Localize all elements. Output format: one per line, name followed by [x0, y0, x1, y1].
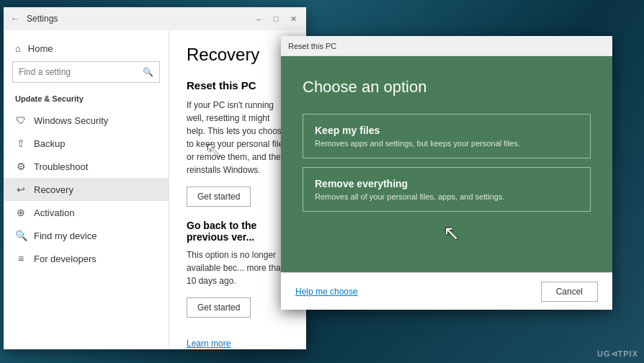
troubleshoot-icon: ⚙	[15, 161, 27, 172]
close-button[interactable]: ✕	[286, 12, 300, 26]
sidebar-item-activation[interactable]: ⊕ Activation	[4, 201, 169, 224]
reset-section-title: Reset this PC	[187, 79, 289, 91]
desktop: ← Settings – □ ✕ ⌂ Home 🔍	[0, 0, 644, 363]
sidebar-item-home[interactable]: ⌂ Home	[4, 36, 169, 61]
sidebar: ⌂ Home 🔍 Update & Security 🛡 Windows Sec…	[4, 30, 169, 349]
go-back-section-title: Go back to the previous ver...	[187, 220, 289, 243]
sidebar-item-backup[interactable]: ⇧ Backup	[4, 132, 169, 155]
titlebar-controls: – □ ✕	[251, 12, 300, 26]
keep-files-desc: Removes apps and settings, but keeps you…	[315, 139, 578, 148]
keep-files-title: Keep my files	[315, 125, 578, 136]
settings-window: ← Settings – □ ✕ ⌂ Home 🔍	[4, 7, 306, 349]
sidebar-item-troubleshoot[interactable]: ⚙ Troubleshoot	[4, 155, 169, 178]
maximize-button[interactable]: □	[269, 12, 283, 26]
developers-icon: ≡	[15, 253, 27, 264]
sidebar-item-label: Find my device	[34, 230, 97, 241]
go-back-description: This option is no longer available bec..…	[187, 248, 289, 287]
back-button[interactable]: ←	[9, 13, 21, 24]
sidebar-item-find-my-device[interactable]: 🔍 Find my device	[4, 224, 169, 247]
go-back-get-started-button[interactable]: Get started	[187, 297, 251, 318]
titlebar-left: ← Settings	[9, 13, 58, 24]
keep-files-option[interactable]: Keep my files Removes apps and settings,…	[303, 114, 591, 158]
activation-icon: ⊕	[15, 207, 27, 218]
recovery-icon: ↩	[15, 184, 27, 195]
reset-get-started-button[interactable]: Get started	[187, 187, 251, 207]
learn-more-link[interactable]: Learn more	[187, 339, 231, 349]
remove-everything-title: Remove everything	[315, 178, 578, 189]
choose-option-title: Choose an option	[303, 78, 591, 97]
sidebar-item-label: Troubleshoot	[34, 161, 88, 172]
sidebar-section-label: Update & Security	[4, 91, 169, 109]
sidebar-item-label: For developers	[34, 254, 97, 264]
watermark: UG⊲TPIX	[597, 349, 638, 359]
search-box[interactable]: 🔍	[12, 61, 160, 83]
reset-titlebar-title: Reset this PC	[288, 42, 336, 50]
minimize-button[interactable]: –	[251, 12, 266, 26]
sidebar-item-label: Backup	[34, 138, 65, 149]
home-label: Home	[28, 43, 53, 54]
settings-title: Settings	[27, 14, 58, 24]
reset-dialog-body: Choose an option Keep my files Removes a…	[281, 56, 612, 272]
reset-footer: Help me choose Cancel	[281, 272, 612, 310]
backup-icon: ⇧	[15, 138, 27, 149]
search-input[interactable]	[19, 67, 143, 77]
reset-dialog: Reset this PC Choose an option Keep my f…	[281, 36, 612, 310]
home-icon: ⌂	[15, 43, 21, 54]
reset-description: If your PC isn't running well, resetting…	[187, 99, 289, 176]
sidebar-item-label: Windows Security	[34, 115, 108, 126]
page-title: Recovery	[187, 45, 289, 65]
sidebar-item-label: Recovery	[34, 184, 73, 195]
search-icon: 🔍	[143, 67, 153, 77]
remove-everything-desc: Removes all of your personal files, apps…	[315, 192, 578, 201]
settings-body: ⌂ Home 🔍 Update & Security 🛡 Windows Sec…	[4, 30, 306, 349]
sidebar-item-windows-security[interactable]: 🛡 Windows Security	[4, 109, 169, 132]
help-me-choose-link[interactable]: Help me choose	[295, 287, 358, 297]
reset-titlebar: Reset this PC	[281, 36, 612, 56]
remove-everything-option[interactable]: Remove everything Removes all of your pe…	[303, 167, 591, 212]
cancel-button[interactable]: Cancel	[541, 282, 598, 302]
sidebar-item-label: Activation	[34, 207, 74, 218]
find-device-icon: 🔍	[15, 230, 27, 241]
sidebar-item-for-developers[interactable]: ≡ For developers	[4, 247, 169, 270]
windows-security-icon: 🛡	[15, 115, 27, 126]
settings-titlebar: ← Settings – □ ✕	[4, 7, 306, 30]
sidebar-item-recovery[interactable]: ↩ Recovery	[4, 178, 169, 201]
